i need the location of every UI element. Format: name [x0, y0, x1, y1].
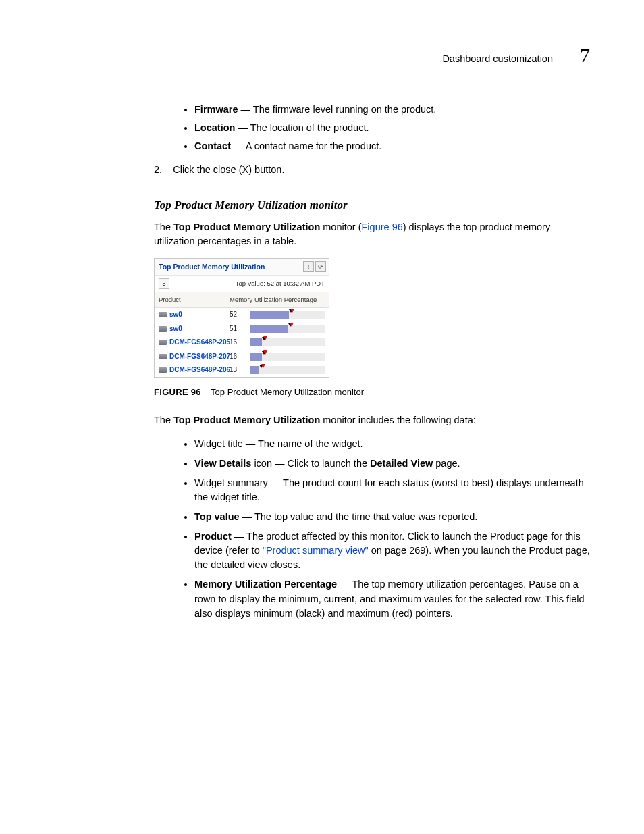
table-row: sw051: [155, 322, 329, 336]
value-text: 16: [230, 338, 250, 348]
list-item: Top value — The top value and the time t…: [194, 510, 590, 524]
bullet-term: Location: [194, 122, 235, 133]
widget-titlebar: Top Product Memory Utilization ↕ ⟳: [155, 259, 329, 275]
step-text: 2. Click the close (X) button.: [154, 163, 590, 177]
list-item: View Details icon — Click to launch the …: [194, 457, 590, 471]
top-value-text: Top Value: 52 at 10:32 AM PDT: [236, 279, 325, 288]
data-intro-paragraph: The Top Product Memory Utilization monit…: [154, 413, 590, 427]
count-badge: 5: [159, 278, 169, 289]
intro-bullet-list: Firmware — The firmware level running on…: [154, 103, 590, 153]
table-row: sw052: [155, 308, 329, 322]
product-link[interactable]: DCM-FGS648P-207: [169, 352, 230, 362]
widget-title: Top Product Memory Utilization: [159, 262, 302, 272]
bullet-term: Memory Utilization Percentage: [194, 579, 337, 590]
max-pointer-icon: [290, 323, 294, 327]
utilization-bar: [250, 366, 325, 374]
col-product: Product: [159, 295, 230, 305]
col-memory: Memory Utilization Percentage: [230, 295, 325, 305]
list-item: Widget summary — The product count for e…: [194, 476, 590, 504]
list-item: Product — The product affected by this m…: [194, 529, 590, 572]
bullet-desc: — The firmware level running on the prod…: [238, 104, 436, 115]
bullet-term: Firmware: [194, 104, 238, 115]
bullet-term: Top value: [194, 511, 240, 522]
bullet-term: Contact: [194, 140, 231, 151]
device-icon: [159, 312, 167, 317]
utilization-bar: [250, 325, 325, 333]
table-row: DCM-FGS648P-20516: [155, 336, 329, 350]
widget-rows: sw052sw051DCM-FGS648P-20516DCM-FGS648P-2…: [155, 308, 329, 377]
product-link[interactable]: DCM-FGS648P-205: [169, 338, 230, 348]
device-icon: [159, 340, 167, 345]
figure-caption-text: Top Product Memory Utilization monitor: [211, 387, 364, 397]
section-heading: Top Product Memory Utilization monitor: [154, 197, 590, 214]
text: icon — Click to launch the: [251, 458, 370, 469]
table-row: DCM-FGS648P-20613: [155, 363, 329, 377]
text: — The top value and the time that value …: [240, 511, 478, 522]
widget-screenshot: Top Product Memory Utilization ↕ ⟳ 5 Top…: [154, 258, 329, 377]
chapter-number: 7: [580, 41, 590, 70]
product-link[interactable]: DCM-FGS648P-206: [169, 365, 230, 375]
value-text: 52: [230, 310, 250, 320]
intro-paragraph: The Top Product Memory Utilization monit…: [154, 220, 590, 249]
max-pointer-icon: [263, 350, 267, 355]
text: monitor includes the following data:: [320, 415, 476, 425]
figure-label: FIGURE 96: [154, 387, 201, 397]
product-link[interactable]: sw0: [169, 324, 230, 334]
list-item: Contact — A contact name for the product…: [194, 139, 590, 153]
value-text: 51: [230, 324, 250, 334]
monitor-name: Top Product Memory Utilization: [173, 221, 320, 232]
expand-icon[interactable]: ↕: [303, 261, 314, 272]
bullet-desc: — A contact name for the product.: [231, 140, 381, 151]
list-item: Location — The location of the product.: [194, 121, 590, 135]
value-text: 16: [230, 352, 250, 362]
utilization-bar: [250, 338, 325, 346]
widget-column-header: Product Memory Utilization Percentage: [155, 292, 329, 308]
bullet-term: Product: [194, 531, 232, 542]
utilization-bar: [250, 353, 325, 361]
text: The: [154, 221, 173, 232]
bullet-term2: Detailed View: [370, 458, 433, 469]
figure-link[interactable]: Figure 96: [362, 221, 403, 232]
list-item: Firmware — The firmware level running on…: [194, 103, 590, 117]
bullet-text: Widget summary — The product count for e…: [194, 477, 584, 502]
monitor-name: Top Product Memory Utilization: [173, 415, 320, 425]
device-icon: [159, 354, 167, 359]
cross-ref-link[interactable]: "Product summary view": [263, 545, 369, 556]
text: monitor (: [320, 221, 361, 232]
utilization-bar: [250, 311, 325, 319]
device-icon: [159, 367, 167, 373]
bullet-term: View Details: [194, 458, 251, 469]
widget-subheader: 5 Top Value: 52 at 10:32 AM PDT: [155, 275, 329, 292]
max-pointer-icon: [290, 309, 294, 313]
page-header: Dashboard customization 7: [154, 41, 590, 70]
list-item: Widget title — The name of the widget.: [194, 437, 590, 451]
bullet-desc: — The location of the product.: [235, 122, 369, 133]
device-icon: [159, 326, 167, 332]
value-text: 13: [230, 365, 250, 375]
list-item: Memory Utilization Percentage — The top …: [194, 577, 590, 620]
max-pointer-icon: [261, 364, 265, 368]
figure-caption: FIGURE 96 Top Product Memory Utilization…: [154, 386, 590, 399]
table-row: DCM-FGS648P-20716: [155, 350, 329, 364]
header-title: Dashboard customization: [442, 52, 553, 66]
text: The: [154, 415, 173, 425]
product-link[interactable]: sw0: [169, 310, 230, 320]
refresh-icon[interactable]: ⟳: [315, 261, 326, 272]
bullet-text: Widget title — The name of the widget.: [194, 438, 363, 449]
max-pointer-icon: [263, 336, 267, 340]
data-bullet-list: Widget title — The name of the widget. V…: [154, 437, 590, 620]
text: page.: [433, 458, 460, 469]
